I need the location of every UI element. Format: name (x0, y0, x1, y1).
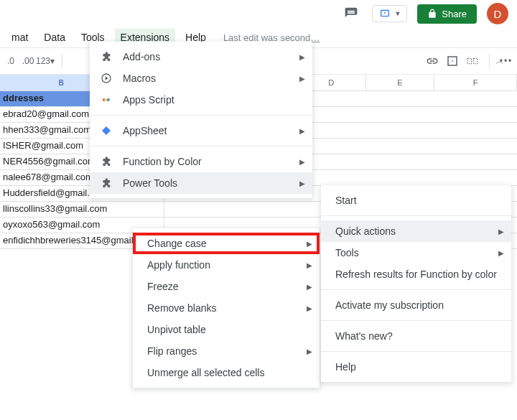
borders-icon[interactable] (446, 55, 459, 67)
submenu-arrow-icon: ▶ (299, 127, 305, 135)
svg-rect-1 (467, 58, 471, 64)
submenu-arrow-icon: ▶ (299, 158, 305, 166)
menu-addons[interactable]: Add-ons▶ (90, 46, 312, 67)
submenu-arrow-icon: ▶ (299, 75, 305, 83)
menu-power-tools[interactable]: Power Tools▶ (90, 172, 312, 194)
submenu-arrow-icon: ▶ (307, 240, 312, 248)
pt-remove-blanks[interactable]: Remove blanks▶ (133, 297, 320, 319)
script-icon (100, 93, 113, 106)
menu-macros[interactable]: Macros▶ (90, 67, 312, 89)
submenu-arrow-icon: ▶ (307, 283, 312, 291)
extensions-menu: Add-ons▶ Macros▶ Apps Script AppSheet▶ F… (90, 42, 312, 198)
increase-decimal-icon[interactable]: .00 (22, 55, 34, 67)
pt-unpivot[interactable]: Unpivot table (133, 319, 320, 340)
power-tools-main-menu: Start Quick actions▶ Tools▶ Refresh resu… (321, 185, 511, 382)
link-icon[interactable] (426, 55, 439, 67)
menu-format[interactable]: mat (6, 29, 34, 46)
puzzle-icon (100, 177, 113, 190)
record-icon (100, 72, 113, 85)
cell[interactable]: llinscollins33@gmail.com (0, 202, 164, 217)
submenu-arrow-icon: ▶ (498, 228, 504, 235)
ptm-activate[interactable]: Activate my subscription (321, 294, 511, 316)
pt-flip-ranges[interactable]: Flip ranges▶ (133, 340, 320, 362)
pt-unmerge[interactable]: Unmerge all selected cells (133, 362, 320, 383)
chevron-down-icon: ▼ (394, 10, 401, 17)
submenu-arrow-icon: ▶ (307, 261, 312, 269)
power-tools-submenu: Change case▶ Apply function▶ Freeze▶ Rem… (133, 228, 320, 388)
ptm-whats-new[interactable]: What's new? (321, 325, 511, 347)
menu-appsheet[interactable]: AppSheet▶ (90, 120, 312, 141)
comments-icon[interactable] (340, 3, 362, 24)
col-header-e[interactable]: E (366, 75, 435, 90)
title-bar: ▼ Share D (0, 0, 517, 27)
account-avatar[interactable]: D (487, 3, 508, 24)
share-button[interactable]: Share (417, 4, 477, 24)
collapse-toolbar-icon[interactable]: ︿ (495, 55, 504, 67)
ptm-start[interactable]: Start (321, 190, 511, 211)
appsheet-icon (100, 124, 113, 137)
format-number-icon[interactable]: 123▾ (39, 55, 52, 67)
menu-function-by-color[interactable]: Function by Color▶ (90, 151, 312, 172)
ptm-help[interactable]: Help (321, 356, 511, 378)
pt-apply-function[interactable]: Apply function▶ (133, 254, 320, 276)
pt-change-case[interactable]: Change case▶ (133, 233, 320, 254)
decrease-decimal-icon[interactable]: .0 (4, 55, 17, 67)
puzzle-icon (100, 155, 113, 168)
pt-freeze[interactable]: Freeze▶ (133, 276, 320, 297)
submenu-arrow-icon: ▶ (299, 179, 305, 187)
ptm-refresh[interactable]: Refresh results for Function by color (321, 263, 511, 285)
svg-rect-2 (474, 58, 478, 64)
submenu-arrow-icon: ▶ (498, 249, 504, 257)
share-label: Share (442, 9, 467, 19)
menu-data[interactable]: Data (38, 29, 71, 46)
present-button[interactable]: ▼ (372, 5, 407, 22)
submenu-arrow-icon: ▶ (299, 53, 305, 61)
puzzle-icon (100, 50, 113, 63)
ptm-quick-actions[interactable]: Quick actions▶ (321, 220, 511, 242)
submenu-arrow-icon: ▶ (307, 304, 312, 312)
submenu-arrow-icon: ▶ (307, 347, 312, 355)
merge-icon[interactable] (466, 55, 479, 67)
menu-apps-script[interactable]: Apps Script (90, 89, 312, 111)
col-header-f[interactable]: F (434, 75, 517, 90)
ptm-tools[interactable]: Tools▶ (321, 242, 511, 263)
